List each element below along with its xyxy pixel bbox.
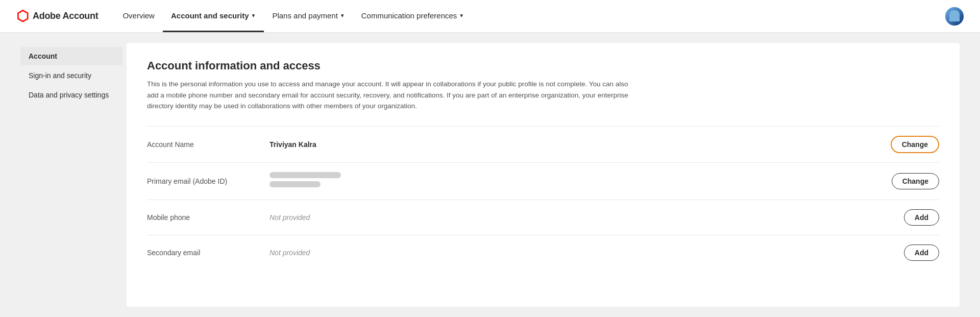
blurred-email-line2 [270, 181, 321, 187]
primary-email-action: Change [892, 173, 939, 189]
page-body: Account Sign-in and security Data and pr… [0, 33, 980, 317]
sidebar-item-signin-security[interactable]: Sign-in and security [20, 66, 122, 85]
secondary-email-label: Secondary email [147, 249, 259, 257]
mobile-phone-row: Mobile phone Not provided Add [147, 200, 939, 235]
nav-items: Overview Account and security ▼ Plans an… [114, 0, 945, 32]
secondary-email-row: Secondary email Not provided Add [147, 235, 939, 270]
adobe-icon: ⬡ [16, 9, 29, 23]
avatar[interactable] [945, 7, 964, 26]
chevron-down-icon: ▼ [459, 13, 464, 18]
top-navigation: ⬡ Adobe Account Overview Account and sec… [0, 0, 980, 33]
mobile-phone-value: Not provided [259, 213, 904, 222]
blurred-email-line1 [270, 172, 341, 178]
account-name-row: Account Name Triviyan Kalra Change [147, 126, 939, 162]
nav-item-account-security[interactable]: Account and security ▼ [163, 0, 264, 32]
section-title: Account information and access [147, 59, 939, 72]
secondary-email-add-button[interactable]: Add [904, 245, 939, 261]
mobile-phone-action: Add [904, 209, 939, 226]
sidebar-item-data-privacy[interactable]: Data and privacy settings [20, 86, 122, 104]
account-name-change-button[interactable]: Change [891, 136, 939, 153]
account-name-label: Account Name [147, 140, 259, 149]
adobe-logo-link[interactable]: ⬡ Adobe Account [16, 9, 98, 23]
secondary-email-action: Add [904, 245, 939, 261]
mobile-phone-label: Mobile phone [147, 213, 259, 222]
primary-email-label: Primary email (Adobe ID) [147, 177, 259, 185]
main-content: Account information and access This is t… [127, 43, 960, 307]
primary-email-row: Primary email (Adobe ID) Change [147, 162, 939, 200]
chevron-down-icon: ▼ [340, 13, 345, 18]
nav-item-plans-payment[interactable]: Plans and payment ▼ [264, 0, 353, 32]
account-name-action: Change [891, 136, 939, 153]
secondary-email-value: Not provided [259, 249, 904, 257]
chevron-down-icon: ▼ [251, 13, 256, 18]
primary-email-change-button[interactable]: Change [892, 173, 939, 189]
primary-email-value [259, 172, 892, 190]
nav-item-overview[interactable]: Overview [114, 0, 163, 32]
sidebar-item-account[interactable]: Account [20, 47, 122, 65]
avatar-image [945, 7, 964, 26]
logo-text: Adobe Account [33, 11, 98, 21]
nav-item-communication[interactable]: Communication preferences ▼ [353, 0, 473, 32]
sidebar: Account Sign-in and security Data and pr… [20, 43, 122, 307]
section-description: This is the personal information you use… [147, 79, 637, 112]
account-name-value: Triviyan Kalra [259, 140, 891, 149]
mobile-phone-add-button[interactable]: Add [904, 209, 939, 226]
